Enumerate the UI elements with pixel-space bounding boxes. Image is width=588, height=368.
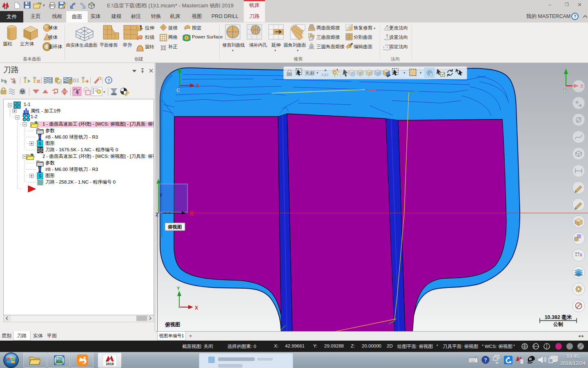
svg-text:C: C xyxy=(176,88,180,93)
svg-text:19: 19 xyxy=(4,6,7,10)
svg-text:T: T xyxy=(563,88,566,94)
svg-text:俯视图: 俯视图 xyxy=(167,224,182,229)
svg-text:▾: ▾ xyxy=(103,90,105,94)
svg-text:▾: ▾ xyxy=(403,71,405,75)
svg-text:S: S xyxy=(38,141,41,146)
svg-text:Y: Y xyxy=(177,286,180,291)
svg-text:▾: ▾ xyxy=(420,71,422,75)
svg-text:10.382 毫米: 10.382 毫米 xyxy=(545,314,572,320)
svg-text:X: X xyxy=(195,305,198,311)
svg-text:光标: 光标 xyxy=(305,70,315,76)
svg-text:Z: Z xyxy=(156,212,158,217)
svg-text:Y: Y xyxy=(160,193,163,197)
svg-text:S: S xyxy=(38,173,41,178)
svg-text:?: ? xyxy=(574,14,577,19)
svg-text:G1: G1 xyxy=(73,78,79,83)
svg-text:X: X xyxy=(196,83,199,89)
svg-text:x,y,z: x,y,z xyxy=(321,72,329,76)
svg-text:▾: ▾ xyxy=(316,71,318,75)
svg-text:X: X xyxy=(189,210,194,217)
svg-text:▾: ▾ xyxy=(43,3,45,7)
svg-text:俯视图: 俯视图 xyxy=(165,322,180,328)
svg-text:2019: 2019 xyxy=(106,362,114,366)
svg-text:?: ? xyxy=(107,78,110,83)
svg-text:公制: 公制 xyxy=(553,321,563,327)
svg-text:?: ? xyxy=(484,357,487,363)
